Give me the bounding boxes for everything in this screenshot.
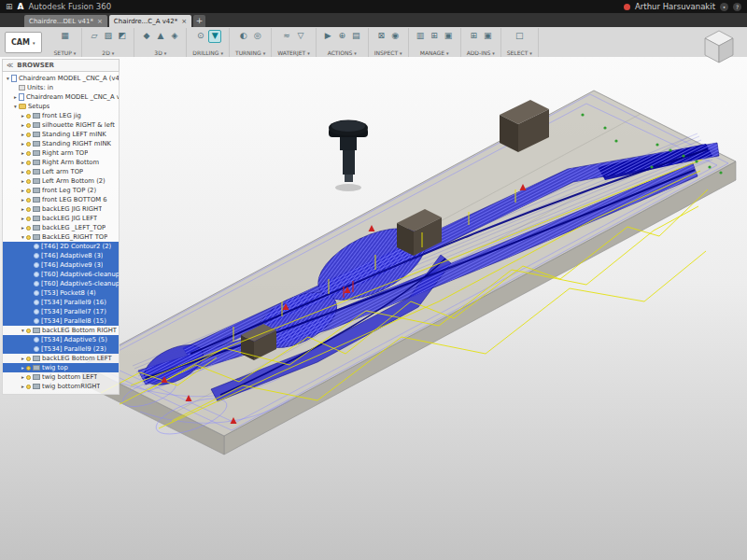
expand-arrow-icon[interactable]: ▸ (20, 188, 26, 193)
browser-operation[interactable]: [T46] 2D Contour2 (2) (3, 242, 119, 251)
expand-arrow-icon[interactable]: ▸ (20, 178, 26, 184)
expand-arrow-icon[interactable]: ▸ (20, 384, 26, 389)
expand-arrow-icon[interactable]: ▸ (20, 356, 26, 361)
3d-adaptive-icon[interactable]: ◆ (140, 30, 152, 42)
new-setup-icon[interactable]: ▦ (59, 30, 71, 42)
browser-item[interactable]: ▸front LEG jig (3, 111, 119, 120)
tool-library-icon[interactable]: ▥ (415, 30, 427, 42)
help-icon[interactable]: ? (733, 3, 741, 11)
browser-item[interactable]: ▸backLEG JIG RIGHT (3, 204, 119, 214)
browser-item[interactable]: ▸Left arm TOP (3, 167, 119, 176)
visibility-bulb-icon[interactable] (26, 207, 31, 212)
browser-item[interactable]: ▸Right Arm Bottom (3, 158, 119, 167)
bell-icon[interactable]: • (720, 3, 728, 11)
browser-operation[interactable]: [T534] Parallel9 (23) (3, 344, 119, 354)
browser-item[interactable]: ▸Right arm TOP (3, 148, 119, 158)
expand-arrow-icon[interactable]: ▸ (20, 122, 26, 128)
visibility-bulb-icon[interactable] (26, 179, 31, 184)
waterjet-icon[interactable]: ≈ (280, 30, 292, 42)
expand-arrow-icon[interactable]: ▸ (20, 141, 26, 147)
visibility-bulb-icon[interactable] (26, 151, 31, 156)
browser-item[interactable]: ▸front Leg TOP (2) (3, 186, 119, 195)
browser-operation[interactable]: [T60] Adaptive6-cleanup with 1/4 (4) (3, 270, 119, 279)
workspace-selector[interactable]: CAM ▾ (5, 32, 42, 53)
viewcube[interactable] (698, 26, 741, 69)
browser-item[interactable]: ▾backLEG Bottom RIGHT (3, 326, 119, 335)
visibility-bulb-icon[interactable] (26, 133, 31, 137)
visibility-bulb-icon[interactable] (26, 161, 31, 165)
expand-arrow-icon[interactable]: ▸ (20, 160, 26, 165)
ribbon-group-label[interactable]: ACTIONS▾ (328, 49, 357, 56)
visibility-bulb-icon[interactable] (26, 366, 31, 371)
ribbon-group-label[interactable]: 2D▾ (102, 49, 114, 56)
2d-pocket-icon[interactable]: ▱ (88, 30, 100, 42)
visibility-bulb-icon[interactable] (26, 375, 31, 380)
visibility-bulb-icon[interactable] (26, 142, 31, 147)
deep-drill-icon[interactable]: ▼ (208, 30, 221, 43)
visibility-bulb-icon[interactable] (26, 226, 31, 231)
browser-item[interactable]: ▸silhouette RIGHT & left (3, 120, 119, 130)
viewport-3d[interactable]: ≪ BROWSER ▾Chairdream MODEL _CNC_A (v41 … (0, 57, 747, 560)
browser-item[interactable]: ▸backLEG JIG LEFT (3, 214, 119, 223)
expand-arrow-icon[interactable]: ▾ (12, 104, 19, 109)
browser-item[interactable]: ▸Standing RIGHT mINK (3, 139, 119, 148)
expand-arrow-icon[interactable]: ▾ (20, 328, 26, 333)
browser-item[interactable]: ▾Setups (3, 102, 119, 111)
visibility-bulb-icon[interactable] (26, 123, 31, 128)
browser-item[interactable]: ▸backLEG _LEFT_TOP (3, 223, 119, 232)
expand-arrow-icon[interactable]: ▾ (5, 76, 11, 81)
new-tab-button[interactable]: + (193, 15, 205, 27)
browser-operation[interactable]: [T534] Adaptive5 (5) (3, 335, 119, 344)
browser-item[interactable]: ▸front LEG BOTTOM 6 (3, 195, 119, 204)
ribbon-group-label[interactable]: SETUP▾ (54, 49, 77, 56)
expand-arrow-icon[interactable]: ▸ (12, 94, 19, 100)
browser-item[interactable]: ▸Chairdream MODEL _CNC_A v42 (3, 92, 119, 102)
3d-parallel-icon[interactable]: ◈ (168, 30, 180, 42)
expand-arrow-icon[interactable]: ▸ (20, 374, 26, 380)
browser-operation[interactable]: [T534] Parallel8 (15) (3, 316, 119, 326)
templates-icon[interactable]: ⊞ (429, 30, 441, 42)
close-tab-icon[interactable]: × (97, 18, 103, 25)
post-process-icon[interactable]: ⊕ (336, 30, 348, 42)
expand-arrow-icon[interactable]: ▸ (20, 216, 26, 221)
notification-badge-icon[interactable] (624, 4, 630, 10)
ribbon-group-label[interactable]: DRILLING▾ (192, 49, 223, 56)
2d-contour-icon[interactable]: ▨ (102, 30, 114, 42)
scripts-addins-icon[interactable]: ⊞ (468, 30, 480, 42)
user-name[interactable]: Arthur Harsuvanakit (635, 2, 715, 11)
expand-arrow-icon[interactable]: ▸ (20, 225, 26, 231)
visibility-bulb-icon[interactable] (26, 235, 31, 240)
expand-arrow-icon[interactable]: ▸ (20, 169, 26, 175)
browser-operation[interactable]: [T60] Adaptive5-cleanup with 1/4 (5) (3, 279, 119, 288)
expand-arrow-icon[interactable]: ▸ (20, 132, 26, 137)
visibility-bulb-icon[interactable] (26, 114, 31, 119)
drill-icon[interactable]: ⊙ (194, 30, 206, 42)
expand-arrow-icon[interactable]: ▸ (20, 150, 26, 156)
browser-operation[interactable]: [T53] Pocket8 (4) (3, 288, 119, 298)
simulate-icon[interactable]: ▶ (322, 30, 334, 42)
browser-item[interactable]: ▸twig top (3, 363, 119, 372)
visibility-bulb-icon[interactable] (26, 198, 31, 203)
expand-arrow-icon[interactable]: ▸ (20, 206, 26, 212)
measure-icon[interactable]: ⊠ (375, 30, 388, 42)
browser-item[interactable]: ▾BackLEG_RIGHT TOP (3, 232, 119, 242)
visibility-bulb-icon[interactable] (26, 217, 31, 221)
ribbon-group-label[interactable]: ADD-INS▾ (467, 49, 495, 56)
close-tab-icon[interactable]: × (181, 18, 187, 25)
machines-icon[interactable]: ▣ (443, 30, 455, 42)
ribbon-group-label[interactable]: SELECT▾ (507, 49, 532, 56)
select-icon[interactable]: □ (514, 30, 526, 42)
visibility-bulb-icon[interactable] (26, 385, 31, 389)
expand-arrow-icon[interactable]: ▸ (20, 197, 26, 203)
turning-profile-icon[interactable]: ◐ (237, 30, 249, 42)
ribbon-group-label[interactable]: INSPECT▾ (374, 49, 402, 56)
3d-pocket-icon[interactable]: ▲ (154, 30, 166, 42)
browser-item[interactable]: ▸Left Arm Bottom (2) (3, 176, 119, 186)
expand-arrow-icon[interactable]: ▸ (20, 113, 26, 119)
document-tab-2[interactable]: Chairdre...C_A v42*× (109, 15, 191, 27)
app-grid-icon[interactable]: ⊞ (6, 2, 13, 11)
ribbon-group-label[interactable]: MANAGE▾ (420, 49, 449, 56)
visibility-bulb-icon[interactable] (26, 357, 31, 361)
browser-operation[interactable]: [T46] Adaptive8 (3) (3, 251, 119, 260)
visibility-bulb-icon[interactable] (26, 329, 31, 333)
